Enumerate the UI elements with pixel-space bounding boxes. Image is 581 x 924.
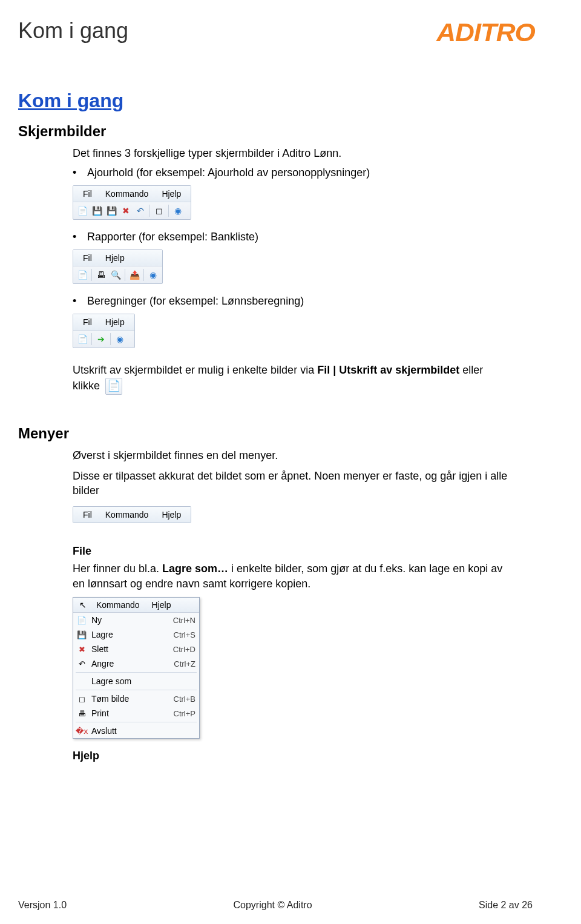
utskrift-bold: Fil | Utskrift av skjermbildet (317, 364, 459, 376)
file-para-a: Her finner du bl.a. (73, 563, 162, 575)
menu-item-label: Avslutt (91, 726, 192, 736)
bullet-label: Ajourhold (for eksempel: Ajourhold av pe… (87, 167, 370, 179)
menu-fil[interactable]: Fil (77, 316, 98, 328)
utskrift-paragraph: Utskrift av skjermbildet er mulig i enke… (73, 363, 508, 394)
file-paragraph: Her finner du bl.a. Lagre som… i enkelte… (73, 561, 508, 591)
menu-hjelp[interactable]: Hjelp (156, 509, 187, 521)
menu-item-label: Print (91, 708, 170, 718)
menu-item-label: Slett (91, 644, 169, 654)
menu-fil[interactable]: Fil (77, 252, 98, 264)
undo-icon[interactable]: ↶ (134, 204, 147, 217)
toolbar-rapporter: Fil Hjelp 📄 🖶 🔍 📤 ◉ (73, 249, 163, 284)
menu-item-shortcut: Ctrl+B (174, 695, 195, 704)
help-icon[interactable]: ◉ (146, 268, 160, 282)
menu-item-label: Tøm bilde (91, 694, 170, 704)
menyer-p1: Øverst i skjermbildet finnes en del meny… (73, 448, 508, 463)
file-menu-popup: ↖ Kommando Hjelp 📄NyCtrl+N💾LagreCtrl+S✖S… (73, 597, 200, 739)
menu-hjelp[interactable]: Hjelp (156, 188, 187, 200)
save-icon[interactable]: 💾 (90, 204, 103, 217)
page-title: Kom i gang (18, 18, 128, 44)
menu-item[interactable]: �ⅹAvslutt (73, 724, 199, 738)
menu-item-shortcut: Ctrl+D (173, 645, 195, 654)
delete-icon[interactable]: ✖ (119, 204, 133, 217)
bullet-beregninger: • Beregninger (for eksempel: Lønnsberegn… (73, 295, 533, 308)
skjermbilder-heading: Skjermbilder (18, 123, 533, 140)
utskrift-text-a: Utskrift av skjermbildet er mulig i enke… (73, 364, 317, 376)
logo: ADITRO (436, 18, 535, 47)
doc-icon[interactable]: 📄 (76, 268, 89, 282)
menu-item-shortcut: Ctrl+N (173, 616, 195, 625)
hjelp-subheading: Hjelp (73, 750, 533, 762)
intro-text: Det finnes 3 forskjellige typer skjermbi… (73, 146, 533, 160)
menu-item-icon: ↶ (76, 658, 88, 669)
menu-item-shortcut: Ctrl+Z (174, 659, 195, 668)
section-link-heading[interactable]: Kom i gang (18, 90, 533, 112)
menyer-heading: Menyer (18, 425, 533, 442)
file-subheading: File (73, 545, 533, 558)
menu-item-icon (76, 676, 88, 687)
bullet-rapporter: • Rapporter (for eksempel: Bankliste) (73, 231, 533, 243)
preview-icon[interactable]: 🔍 (109, 268, 122, 282)
run-icon[interactable]: ➔ (94, 332, 108, 346)
page-footer: Versjon 1.0 Copyright © Aditro Side 2 av… (18, 900, 533, 911)
menu-hjelp[interactable]: Hjelp (99, 316, 131, 328)
file-para-bold: Lagre som… (162, 563, 228, 575)
menu-item[interactable]: ◻Tøm bildeCtrl+B (73, 691, 199, 706)
menu-item-icon: ◻ (76, 693, 88, 704)
menu-item[interactable]: Lagre som (73, 674, 199, 688)
toolbar-ajourhold: Fil Kommando Hjelp 📄 💾 💾 ✖ ↶ ◻ ◉ (73, 185, 191, 220)
blank-icon[interactable]: ◻ (153, 204, 166, 217)
footer-copyright: Copyright © Aditro (234, 900, 312, 911)
menu-hjelp[interactable]: Hjelp (99, 252, 131, 264)
menu-item-label: Angre (91, 659, 170, 668)
help-icon[interactable]: ◉ (171, 204, 185, 217)
menubar-example: Fil Kommando Hjelp (73, 506, 191, 523)
menu-item[interactable]: ↶AngreCtrl+Z (73, 656, 199, 671)
menu-item[interactable]: ✖SlettCtrl+D (73, 642, 199, 656)
menu-item-icon: 📄 (76, 615, 88, 625)
popup-top-hjelp[interactable]: Hjelp (146, 599, 177, 611)
menu-item-icon: 🖶 (76, 708, 88, 719)
menu-kommando[interactable]: Kommando (99, 188, 155, 200)
save-all-icon[interactable]: 💾 (105, 204, 118, 217)
export-icon[interactable]: 📤 (128, 268, 141, 282)
help-icon[interactable]: ◉ (113, 332, 126, 346)
bullet-label: Rapporter (for eksempel: Bankliste) (87, 231, 258, 243)
doc-icon[interactable]: 📄 (76, 332, 89, 346)
popup-top-kommando[interactable]: Kommando (90, 599, 146, 611)
menu-item-label: Ny (91, 615, 169, 625)
menu-item-shortcut: Ctrl+S (174, 630, 195, 639)
menyer-p2: Disse er tilpasset akkurat det bildet so… (73, 469, 508, 498)
bullet-label: Beregninger (for eksempel: Lønnsberegnin… (87, 295, 304, 308)
bullet-ajourhold: • Ajourhold (for eksempel: Ajourhold av … (73, 167, 533, 179)
menu-item[interactable]: 📄NyCtrl+N (73, 613, 199, 627)
toolbar-beregninger: Fil Hjelp 📄 ➔ ◉ (73, 314, 135, 348)
footer-page: Side 2 av 26 (479, 900, 533, 911)
menu-item-label: Lagre (91, 630, 170, 639)
print-screen-icon[interactable]: 📄 (105, 378, 122, 395)
new-icon[interactable]: 📄 (76, 204, 89, 217)
menu-item-shortcut: Ctrl+P (174, 709, 195, 718)
menu-item-icon: 💾 (76, 629, 88, 640)
menu-fil[interactable]: Fil (77, 188, 98, 200)
footer-version: Versjon 1.0 (18, 900, 67, 911)
cursor-icon: ↖ (76, 599, 90, 611)
menu-fil[interactable]: Fil (77, 509, 98, 521)
menu-item[interactable]: 💾LagreCtrl+S (73, 627, 199, 642)
print-icon[interactable]: 🖶 (94, 268, 108, 282)
menu-kommando[interactable]: Kommando (99, 509, 155, 521)
menu-item-label: Lagre som (91, 676, 192, 686)
menu-item-icon: ✖ (76, 644, 88, 655)
menu-item[interactable]: 🖶PrintCtrl+P (73, 706, 199, 721)
menu-item-icon: �ⅹ (76, 725, 88, 736)
